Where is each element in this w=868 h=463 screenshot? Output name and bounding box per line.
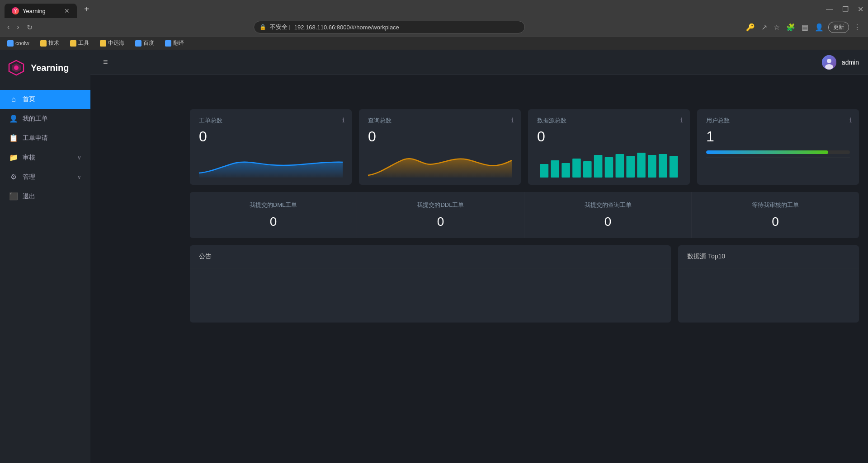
sidebar-item-mytickets[interactable]: 👤 我的工单	[0, 109, 90, 128]
stat-queries-info-icon[interactable]: ℹ	[511, 117, 514, 124]
stat-card-users: 用户总数 1 ℹ	[697, 109, 859, 185]
stats-cards-row: 工单总数 0 ℹ	[190, 109, 859, 185]
bookmark-coolw-icon	[7, 40, 14, 47]
star-icon[interactable]: ☆	[772, 21, 782, 33]
progress-bar-fill	[706, 150, 828, 154]
bookmark-baidu-label: 百度	[143, 39, 154, 47]
sidebar-item-logout-label: 退出	[23, 192, 35, 201]
bookmark-translate-icon	[165, 40, 171, 47]
stat-users-title: 用户总数	[706, 117, 850, 125]
svg-rect-9	[572, 159, 581, 178]
close-button[interactable]: ✕	[858, 5, 863, 14]
bookmark-coolw[interactable]: coolw	[5, 39, 31, 47]
stat-card-datasources: 数据源总数 0 ℹ	[528, 109, 690, 185]
bookmark-tech[interactable]: 技术	[38, 38, 61, 48]
summary-ddl-value: 0	[368, 215, 513, 229]
home-icon: ⌂	[9, 95, 18, 103]
datasource-body	[678, 268, 859, 323]
bottom-row: 公告 数据源 Top10	[190, 245, 859, 323]
announcement-card: 公告	[190, 245, 671, 323]
stat-tickets-title: 工单总数	[199, 117, 343, 125]
security-icon: 🔒	[259, 24, 266, 30]
sidebar-navigation: ⌂ 首页 👤 我的工单 📋 工单申请 📁 审核 ∨ ⚙ 管理 ∨	[0, 86, 90, 463]
browser-toolbar: ‹ › ↻ 🔒 不安全 | 192.168.110.66:8000/#/home…	[0, 18, 868, 36]
browser-chrome: Y Yearning ✕ + — ❐ ✕ ‹ › ↻ 🔒 不安全 | 192.1…	[0, 0, 868, 50]
sidebar-icon[interactable]: ▤	[800, 21, 810, 33]
user-profile-icon[interactable]: 👤	[813, 21, 826, 33]
active-tab[interactable]: Y Yearning ✕	[5, 4, 77, 18]
stat-queries-chart	[368, 150, 512, 178]
stat-users-value: 1	[706, 128, 850, 145]
review-arrow-icon: ∨	[77, 154, 81, 161]
sidebar: Yearning ⌂ 首页 👤 我的工单 📋 工单申请 📁 审核 ∨ ⚙	[0, 50, 90, 463]
stat-card-tickets: 工单总数 0 ℹ	[190, 109, 352, 185]
user-avatar	[822, 55, 836, 70]
minimize-button[interactable]: —	[826, 5, 833, 14]
svg-point-2	[14, 65, 19, 70]
summary-query: 我提交的查询工单 0	[524, 192, 692, 238]
summary-dml: 我提交的DML工单 0	[190, 192, 357, 238]
address-bar[interactable]: 🔒 不安全 | 192.168.110.66:8000/#/home/workp…	[254, 21, 525, 33]
address-text: 不安全 |	[270, 23, 291, 31]
svg-rect-11	[594, 155, 603, 178]
bookmark-tech-label: 技术	[48, 39, 59, 47]
logout-icon: ⬛	[9, 192, 18, 201]
svg-rect-8	[561, 163, 570, 178]
tab-favicon: Y	[12, 7, 19, 14]
tab-bar: Y Yearning ✕	[5, 0, 77, 18]
sidebar-item-apply[interactable]: 📋 工单申请	[0, 128, 90, 148]
stat-datasources-chart	[537, 150, 681, 178]
sidebar-item-review[interactable]: 📁 审核 ∨	[0, 148, 90, 167]
sidebar-item-review-label: 审核	[23, 154, 35, 162]
sidebar-item-manage[interactable]: ⚙ 管理 ∨	[0, 167, 90, 187]
svg-rect-12	[605, 157, 613, 178]
refresh-button[interactable]: ↻	[25, 21, 34, 33]
sidebar-item-logout[interactable]: ⬛ 退出	[0, 187, 90, 206]
sidebar-item-home[interactable]: ⌂ 首页	[0, 90, 90, 109]
svg-rect-13	[616, 154, 624, 178]
sidebar-item-manage-label: 管理	[23, 173, 35, 181]
bookmark-zhongyuanhai[interactable]: 中远海	[98, 38, 126, 48]
forward-button[interactable]: ›	[15, 21, 21, 33]
summary-query-value: 0	[535, 215, 680, 229]
main-content: 工单总数 0 ℹ	[181, 100, 868, 463]
summary-cards-row: 我提交的DML工单 0 我提交的DDL工单 0 我提交的查询工单 0 等待我审核…	[190, 192, 859, 238]
logo-svg	[7, 59, 25, 77]
update-button[interactable]: 更新	[828, 22, 849, 33]
stat-tickets-value: 0	[199, 128, 343, 145]
svg-point-5	[825, 64, 833, 70]
username-label: admin	[842, 59, 859, 66]
datasource-top10-card: 数据源 Top10	[678, 245, 859, 323]
password-icon[interactable]: 🔑	[744, 21, 757, 33]
bookmark-zhongyuanhai-icon	[100, 40, 106, 47]
svg-rect-10	[583, 161, 592, 178]
app-header: ≡ admin	[90, 50, 868, 75]
tab-close-button[interactable]: ✕	[64, 7, 70, 14]
stat-users-info-icon[interactable]: ℹ	[849, 117, 852, 124]
back-button[interactable]: ‹	[5, 21, 11, 33]
stat-tickets-info-icon[interactable]: ℹ	[342, 117, 344, 124]
extension-icon[interactable]: ↗	[760, 21, 769, 33]
bookmark-translate[interactable]: 翻译	[163, 38, 186, 48]
stat-datasources-info-icon[interactable]: ℹ	[680, 117, 683, 124]
toolbar-actions: 🔑 ↗ ☆ 🧩 ▤ 👤 更新 ⋮	[744, 21, 863, 33]
new-tab-button[interactable]: +	[80, 2, 93, 16]
sidebar-item-apply-label: 工单申请	[23, 134, 48, 142]
menu-button[interactable]: ⋮	[852, 21, 863, 33]
announcement-header: 公告	[190, 245, 671, 268]
svg-rect-16	[648, 155, 656, 178]
app-container: Yearning ⌂ 首页 👤 我的工单 📋 工单申请 📁 审核 ∨ ⚙	[0, 50, 868, 463]
stat-queries-value: 0	[368, 128, 512, 145]
summary-dml-title: 我提交的DML工单	[201, 201, 346, 209]
menu-toggle-button[interactable]: ≡	[99, 56, 112, 69]
bookmark-baidu[interactable]: 百度	[133, 38, 156, 48]
puzzle-icon[interactable]: 🧩	[784, 21, 797, 33]
apply-icon: 📋	[9, 134, 18, 142]
summary-pending-value: 0	[703, 215, 848, 229]
manage-icon: ⚙	[9, 173, 18, 181]
bookmark-tools[interactable]: 工具	[68, 38, 91, 48]
stat-card-queries: 查询总数 0 ℹ	[359, 109, 521, 185]
bookmark-coolw-label: coolw	[15, 40, 29, 47]
maximize-button[interactable]: ❐	[842, 5, 849, 14]
stat-queries-title: 查询总数	[368, 117, 512, 125]
